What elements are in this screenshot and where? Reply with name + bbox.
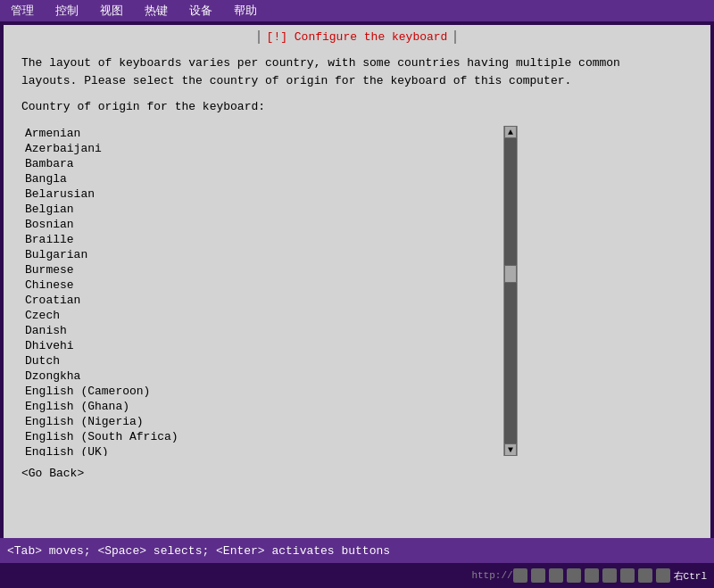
taskbar-icons <box>513 568 670 583</box>
menu-control[interactable]: 控制 <box>52 1 82 21</box>
taskbar-icon-6[interactable] <box>602 568 617 583</box>
dialog-content: The layout of keyboards varies per count… <box>4 47 710 126</box>
list-item[interactable]: Bulgarian <box>21 247 503 262</box>
scroll-up-button[interactable]: ▲ <box>504 126 517 138</box>
menu-view[interactable]: 视图 <box>96 1 127 21</box>
list-item[interactable]: English (Nigeria) <box>21 414 503 429</box>
taskbar: http:// 右Ctrl <box>0 563 714 588</box>
dialog-title: [!] Configure the keyboard <box>258 30 457 44</box>
list-item[interactable]: Belgian <box>21 202 503 217</box>
list-item[interactable]: Danish <box>21 323 503 338</box>
list-item[interactable]: Dzongkha <box>21 369 503 384</box>
list-item[interactable]: Dhivehi <box>21 338 503 353</box>
terminal-area: [!] Configure the keyboard The layout of… <box>4 25 710 542</box>
go-back-button[interactable]: <Go Back> <box>21 467 84 480</box>
list-container: ArmenianAzerbaijaniBambaraBanglaBelarusi… <box>21 126 693 456</box>
taskbar-icon-7[interactable] <box>620 568 635 583</box>
taskbar-icon-2[interactable] <box>531 568 545 583</box>
list-item[interactable]: Bosnian <box>21 217 503 232</box>
scrollbar[interactable]: ▲ ▼ <box>503 126 518 456</box>
description-text: The layout of keyboards varies per count… <box>21 54 693 89</box>
scroll-thumb[interactable] <box>504 265 517 283</box>
list-item[interactable]: Dutch <box>21 353 503 369</box>
menu-bar: 管理 控制 视图 热键 设备 帮助 <box>0 0 714 21</box>
list-item[interactable]: Braille <box>21 232 503 247</box>
status-bar: <Tab> moves; <Space> selects; <Enter> ac… <box>0 538 714 563</box>
taskbar-icon-9[interactable] <box>656 568 670 583</box>
go-back-container: <Go Back> <box>4 456 710 491</box>
taskbar-url: http:// <box>471 570 512 581</box>
keyboard-list[interactable]: ArmenianAzerbaijaniBambaraBanglaBelarusi… <box>21 126 503 456</box>
menu-devices[interactable]: 设备 <box>186 1 216 21</box>
taskbar-icon-1[interactable] <box>513 568 527 583</box>
list-item[interactable]: Azerbaijani <box>21 141 503 156</box>
taskbar-icon-4[interactable] <box>567 568 581 583</box>
list-item[interactable]: Czech <box>21 308 503 323</box>
list-item[interactable]: Burmese <box>21 262 503 277</box>
list-item[interactable]: Armenian <box>21 126 503 141</box>
taskbar-icon-8[interactable] <box>638 568 652 583</box>
taskbar-icon-3[interactable] <box>549 568 563 583</box>
status-text: <Tab> moves; <Space> selects; <Enter> ac… <box>7 544 390 558</box>
menu-hotkeys[interactable]: 热键 <box>141 1 171 21</box>
country-label: Country of origin for the keyboard: <box>21 100 693 113</box>
list-item[interactable]: English (Cameroon) <box>21 384 503 399</box>
list-item[interactable]: Bangla <box>21 171 503 186</box>
list-item[interactable]: English (Ghana) <box>21 399 503 414</box>
scroll-down-button[interactable]: ▼ <box>504 443 517 456</box>
scroll-track <box>504 138 517 456</box>
ctrl-indicator: 右Ctrl <box>674 569 707 583</box>
menu-help[interactable]: 帮助 <box>230 1 261 21</box>
menu-manage[interactable]: 管理 <box>7 1 37 21</box>
taskbar-icon-5[interactable] <box>585 568 599 583</box>
list-item[interactable]: Croatian <box>21 293 503 308</box>
list-item[interactable]: English (UK) <box>21 444 503 456</box>
list-item[interactable]: Belarusian <box>21 186 503 202</box>
dialog-title-bar: [!] Configure the keyboard <box>4 25 710 47</box>
list-item[interactable]: English (South Africa) <box>21 429 503 444</box>
list-item[interactable]: Chinese <box>21 277 503 293</box>
list-item[interactable]: Bambara <box>21 156 503 171</box>
